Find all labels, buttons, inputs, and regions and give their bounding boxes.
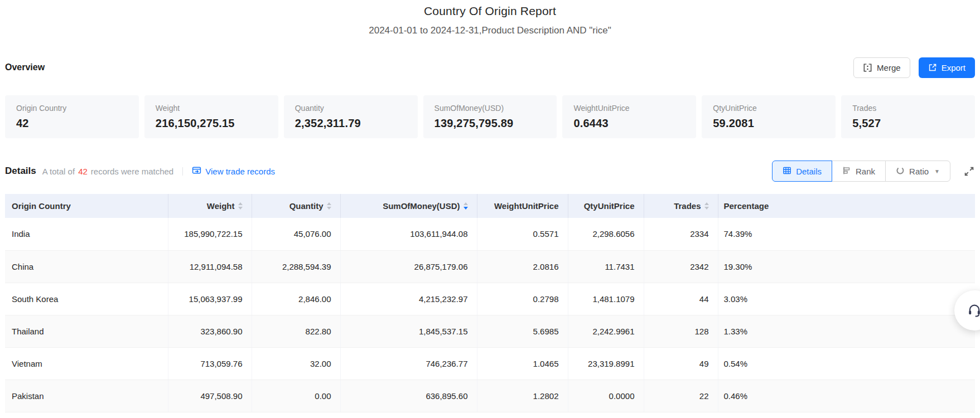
column-header-label: QtyUnitPrice — [584, 201, 635, 211]
cell-trades: 49 — [644, 347, 718, 380]
stat-label: WeightUnitPrice — [573, 104, 685, 113]
sort-arrows-icon[interactable] — [238, 202, 243, 210]
details-heading: Details — [5, 166, 36, 177]
export-button[interactable]: Export — [919, 57, 975, 78]
column-header-origin-country: Origin Country — [5, 194, 168, 218]
cell-origin-country: China — [5, 250, 168, 283]
sort-arrows-icon[interactable] — [464, 202, 468, 210]
stat-value: 5,527 — [852, 117, 964, 130]
cell-origin-country: India — [5, 218, 168, 250]
view-trade-records-label: View trade records — [205, 167, 275, 176]
cell-sumofmoney-usd: 1,845,537.15 — [340, 315, 477, 347]
cell-percentage: 1.33% — [718, 315, 975, 347]
cell-quantity: 0.00 — [252, 380, 340, 412]
match-count: 42 — [78, 167, 88, 176]
stat-card-qty-unit-price: QtyUnitPrice 59.2081 — [702, 95, 836, 138]
cell-percentage: 3.03% — [718, 283, 975, 315]
overview-actions: Merge Export — [853, 57, 975, 78]
stat-value: 59.2081 — [713, 117, 824, 130]
cell-weightunitprice: 5.6985 — [477, 315, 568, 347]
cell-origin-country: Vietnam — [5, 347, 168, 380]
merge-button-label: Merge — [877, 63, 901, 72]
stat-value: 139,275,795.89 — [435, 117, 546, 130]
cell-quantity: 2,288,594.39 — [252, 250, 340, 283]
cell-weight: 323,860.90 — [168, 315, 252, 347]
cell-qtyunitprice: 23,319.8991 — [568, 347, 644, 380]
column-header-sumofmoney-usd[interactable]: SumOfMoney(USD) — [340, 194, 477, 218]
chevron-down-icon: ▼ — [934, 168, 940, 174]
cell-qtyunitprice: 11.7431 — [568, 250, 644, 283]
cell-trades: 22 — [644, 380, 718, 412]
column-header-weight[interactable]: Weight — [168, 194, 252, 218]
tab-ratio[interactable]: Ratio ▼ — [885, 161, 950, 182]
sort-arrows-icon[interactable] — [327, 202, 331, 210]
table-row-south-korea: South Korea15,063,937.992,846.004,215,23… — [5, 283, 975, 315]
column-header-trades[interactable]: Trades — [644, 194, 718, 218]
match-summary-suffix: records were matched — [91, 167, 173, 176]
cell-quantity: 45,076.00 — [252, 218, 340, 250]
export-button-label: Export — [942, 63, 965, 72]
details-bar-left: Details A total of42records were matched… — [5, 166, 275, 177]
fullscreen-button[interactable] — [963, 165, 975, 177]
merge-button[interactable]: Merge — [853, 57, 910, 78]
cell-percentage: 0.46% — [718, 380, 975, 412]
cell-trades: 2334 — [644, 218, 718, 250]
stat-card-sum-of-money: SumOfMoney(USD) 139,275,795.89 — [423, 95, 557, 138]
stat-card-weight: Weight 216,150,275.15 — [144, 95, 278, 138]
column-header-quantity[interactable]: Quantity — [252, 194, 340, 218]
report-filter-subtitle: 2024-01-01 to 2024-12-31,Product Descrip… — [0, 25, 980, 36]
cell-trades: 2342 — [644, 250, 718, 283]
view-trade-records-link[interactable]: View trade records — [192, 166, 275, 177]
table-row-india: India185,990,722.1545,076.00103,611,944.… — [5, 218, 975, 250]
cell-sumofmoney-usd: 103,611,944.08 — [340, 218, 477, 250]
rank-bars-icon — [842, 166, 851, 177]
cell-origin-country: Thailand — [5, 315, 168, 347]
stat-label: Origin Country — [16, 104, 128, 113]
cell-origin-country: Pakistan — [5, 380, 168, 412]
tab-details-label: Details — [796, 167, 822, 176]
cell-weight: 185,990,722.15 — [168, 218, 252, 250]
column-header-qtyunitprice: QtyUnitPrice — [568, 194, 644, 218]
table-row-pakistan: Pakistan497,508.900.00636,895.601.28020.… — [5, 380, 975, 412]
stat-card-origin-country: Origin Country 42 — [5, 95, 139, 138]
cell-trades: 128 — [644, 315, 718, 347]
cell-sumofmoney-usd: 4,215,232.97 — [340, 283, 477, 315]
cell-weight: 12,911,094.58 — [168, 250, 252, 283]
stat-value: 2,352,311.79 — [295, 117, 407, 130]
sort-arrows-icon[interactable] — [704, 202, 709, 210]
view-mode-switch: Details Rank Ratio — [772, 161, 950, 182]
donut-chart-icon — [896, 166, 905, 177]
tab-rank-label: Rank — [856, 167, 875, 176]
match-summary-prefix: A total of — [42, 167, 75, 176]
stat-value: 42 — [16, 117, 128, 130]
column-header-weightunitprice: WeightUnitPrice — [477, 194, 568, 218]
cell-weightunitprice: 1.2802 — [477, 380, 568, 412]
export-icon — [928, 63, 937, 72]
vertical-divider — [182, 167, 183, 176]
column-header-percentage: Percentage — [718, 194, 975, 218]
tab-ratio-label: Ratio — [909, 167, 929, 176]
column-header-label: Percentage — [724, 201, 769, 211]
tab-rank[interactable]: Rank — [832, 161, 886, 182]
page-title: Country Of Origin Report — [0, 4, 980, 18]
cell-quantity: 2,846.00 — [252, 283, 340, 315]
match-summary: A total of42records were matched — [42, 167, 173, 176]
stat-label: QtyUnitPrice — [713, 104, 824, 113]
cell-weightunitprice: 0.5571 — [477, 218, 568, 250]
cell-origin-country: South Korea — [5, 283, 168, 315]
column-header-label: Weight — [207, 201, 235, 211]
cell-percentage: 0.54% — [718, 347, 975, 380]
trade-records-window-icon — [192, 166, 201, 177]
details-bar: Details A total of42records were matched… — [5, 161, 975, 182]
overview-stat-cards: Origin Country 42 Weight 216,150,275.15 … — [5, 95, 975, 138]
table-header-row: Origin CountryWeightQuantitySumOfMoney(U… — [5, 194, 975, 218]
details-bar-right: Details Rank Ratio — [772, 161, 975, 182]
cell-quantity: 822.80 — [252, 315, 340, 347]
details-table: Origin CountryWeightQuantitySumOfMoney(U… — [5, 194, 975, 412]
cell-qtyunitprice: 0.0000 — [568, 380, 644, 412]
table-grid-icon — [783, 166, 791, 177]
cell-weightunitprice: 2.0816 — [477, 250, 568, 283]
merge-cells-icon — [863, 63, 872, 72]
column-header-label: SumOfMoney(USD) — [383, 201, 460, 211]
tab-details[interactable]: Details — [772, 161, 832, 182]
